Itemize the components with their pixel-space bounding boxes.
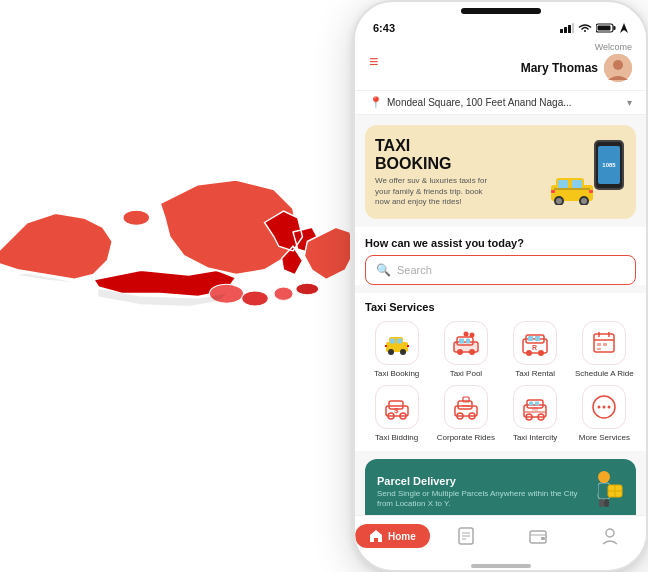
svg-rect-83 (599, 499, 604, 507)
taxi-booking-icon (375, 321, 419, 365)
map-background (0, 0, 370, 572)
phone-shell: 6:43 ≡ (353, 0, 648, 572)
svg-point-76 (598, 405, 601, 408)
parcel-subtitle: Send Single or Multiple Parcels Anywhere… (377, 489, 584, 510)
home-active-btn[interactable]: Home (355, 524, 430, 548)
taxi-rental-label: Taxi Rental (515, 369, 555, 379)
notch-area (355, 2, 646, 14)
svg-rect-81 (592, 483, 598, 495)
status-time: 6:43 (373, 22, 395, 34)
menu-icon[interactable]: ≡ (369, 53, 378, 71)
app-content[interactable]: ≡ Welcome Mary Thomas 📍 Mond (355, 36, 646, 515)
svg-point-4 (123, 210, 150, 225)
svg-text:R: R (532, 344, 537, 351)
more-services-icon (582, 385, 626, 429)
svg-text:$: $ (394, 406, 399, 415)
bottom-nav: Home (355, 515, 646, 560)
service-item-taxi-rental[interactable]: R Taxi Rental (504, 321, 567, 379)
svg-rect-18 (572, 180, 582, 188)
assist-title: How can we assist you today? (365, 237, 636, 249)
svg-point-42 (469, 333, 474, 338)
wallet-icon (528, 526, 548, 546)
profile-icon (600, 526, 620, 546)
battery-icon (596, 23, 616, 33)
parcel-banner[interactable]: Parcel Delivery Send Single or Multiple … (365, 459, 636, 515)
svg-point-39 (457, 349, 463, 355)
svg-rect-10 (614, 26, 616, 30)
taxi-booking-banner: TAXI BOOKING We offer suv & luxuries tax… (365, 125, 636, 219)
taxi-intercity-icon (513, 385, 557, 429)
home-indicator (355, 560, 646, 570)
location-bar[interactable]: 📍 Mondeal Square, 100 Feet Anand Naga...… (355, 91, 646, 115)
svg-rect-24 (589, 190, 593, 193)
banner-image: 1085 (546, 140, 626, 205)
service-item-taxi-pool[interactable]: Taxi Pool (434, 321, 497, 379)
schedule-ride-label: Schedule A Ride (575, 369, 634, 379)
search-bar[interactable]: 🔍 Search (365, 255, 636, 285)
location-arrow-icon (620, 23, 628, 33)
taxi-bidding-label: Taxi Bidding (375, 433, 418, 443)
indonesia-map-svg (0, 80, 350, 460)
nav-item-profile[interactable] (574, 526, 646, 546)
svg-rect-84 (604, 499, 609, 507)
service-item-more[interactable]: More Services (573, 385, 636, 443)
svg-point-40 (469, 349, 475, 355)
svg-rect-23 (551, 190, 555, 193)
banner-text: TAXI BOOKING We offer suv & luxuries tax… (375, 137, 495, 207)
svg-rect-38 (466, 339, 470, 344)
user-row: Mary Thomas (521, 54, 632, 82)
svg-rect-6 (564, 27, 567, 33)
location-pin-icon: 📍 (369, 96, 383, 109)
status-icons (560, 23, 628, 33)
nav-item-wallet[interactable] (502, 526, 574, 546)
home-icon (369, 529, 383, 543)
svg-rect-29 (397, 339, 402, 344)
svg-point-1 (242, 291, 269, 306)
svg-rect-72 (529, 401, 533, 405)
svg-rect-32 (385, 345, 387, 347)
svg-point-48 (538, 350, 544, 356)
svg-point-30 (388, 349, 394, 355)
home-bar (471, 564, 531, 568)
svg-rect-46 (535, 336, 540, 341)
taxi-pool-label: Taxi Pool (450, 369, 482, 379)
service-item-taxi-booking[interactable]: Taxi Booking (365, 321, 428, 379)
corporate-rides-icon (444, 385, 488, 429)
taxi-pool-icon (444, 321, 488, 365)
service-item-schedule[interactable]: Schedule A Ride (573, 321, 636, 379)
svg-point-94 (606, 529, 614, 537)
parcel-title: Parcel Delivery (377, 475, 584, 487)
search-icon: 🔍 (376, 263, 391, 277)
svg-rect-54 (597, 343, 601, 346)
location-text: Mondeal Square, 100 Feet Anand Naga... (387, 97, 623, 108)
svg-point-3 (296, 283, 319, 294)
banner-title: TAXI BOOKING (375, 137, 495, 172)
services-section: Taxi Services Taxi Booking Taxi Pool (355, 293, 646, 450)
signal-icon (560, 23, 574, 33)
service-item-intercity[interactable]: Taxi Intercity (504, 385, 567, 443)
home-label: Home (388, 531, 416, 542)
svg-point-14 (613, 60, 623, 70)
service-item-bidding[interactable]: $ Taxi Bidding (365, 385, 428, 443)
svg-rect-56 (597, 348, 601, 350)
svg-point-77 (603, 405, 606, 408)
taxi-bidding-icon: $ (375, 385, 419, 429)
svg-point-2 (274, 287, 293, 300)
nav-item-orders[interactable] (430, 526, 502, 546)
welcome-text: Welcome (595, 42, 632, 52)
wifi-icon (578, 23, 592, 33)
more-services-label: More Services (579, 433, 630, 443)
search-placeholder[interactable]: Search (397, 264, 625, 276)
avatar[interactable] (604, 54, 632, 82)
svg-point-31 (400, 349, 406, 355)
taxi-car-icon (546, 170, 601, 205)
svg-point-41 (463, 332, 468, 337)
svg-marker-12 (620, 23, 628, 33)
orders-icon (456, 526, 476, 546)
taxi-rental-icon: R (513, 321, 557, 365)
svg-rect-37 (459, 339, 464, 344)
status-bar: 6:43 (355, 14, 646, 36)
nav-item-home[interactable]: Home (355, 524, 430, 548)
user-name: Mary Thomas (521, 61, 598, 75)
service-item-corporate[interactable]: Corporate Rides (434, 385, 497, 443)
